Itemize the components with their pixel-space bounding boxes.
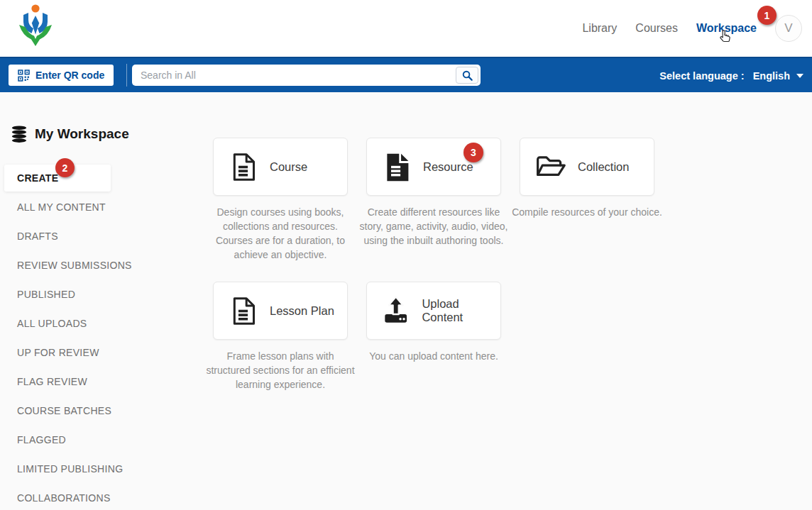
main-nav: Library Courses Workspace 1 V [582, 0, 802, 57]
card-resource-description: Create different resources like story, g… [358, 205, 509, 248]
upload-content-cell: Upload Content You can upload content he… [366, 282, 501, 392]
qr-code-icon [18, 70, 30, 82]
search-button[interactable] [456, 67, 478, 84]
document-filled-icon [380, 151, 412, 183]
sidebar-item-published[interactable]: PUBLISHED [0, 281, 206, 308]
lesson-plan-cell: Lesson Plan Frame lesson plans with stru… [213, 282, 348, 392]
stack-icon [10, 125, 28, 143]
sidebar-item-create[interactable]: CREATE 2 [4, 165, 111, 192]
card-course[interactable]: Course [213, 138, 348, 196]
sidebar-item-drafts[interactable]: DRAFTS [0, 223, 206, 250]
app-header: Library Courses Workspace 1 V [0, 0, 812, 57]
document-outline-icon [227, 151, 259, 183]
sidebar-item-flag-review[interactable]: FLAG REVIEW [0, 368, 206, 395]
sidebar-title: My Workspace [35, 126, 129, 142]
sidebar-item-label: CREATE [17, 172, 58, 184]
card-lesson-plan-label: Lesson Plan [270, 304, 334, 318]
card-collection[interactable]: Collection [520, 138, 654, 196]
search-icon [461, 70, 473, 82]
workspace-notification-badge: 1 [757, 6, 777, 25]
chevron-down-icon [796, 74, 803, 78]
card-course-label: Course [270, 160, 307, 174]
nav-courses[interactable]: Courses [635, 22, 678, 35]
language-selector: Select language : English [659, 58, 803, 94]
search-input[interactable] [132, 65, 481, 86]
upload-icon [380, 295, 411, 327]
nav-workspace-label: Workspace [696, 22, 757, 34]
card-resource[interactable]: Resource 3 [366, 138, 501, 196]
create-notification-badge: 2 [55, 158, 75, 177]
sidebar-item-all-my-content[interactable]: ALL MY CONTENT [0, 194, 206, 221]
resource-notification-badge: 3 [463, 143, 483, 162]
collection-cell: Collection Compile resources of your cho… [520, 138, 654, 262]
sidebar-menu: CREATE 2 ALL MY CONTENT DRAFTS REVIEW SU… [0, 165, 206, 510]
nav-library[interactable]: Library [582, 22, 617, 35]
document-outline-icon [227, 295, 259, 327]
create-options-grid: Course Design courses using books, colle… [213, 138, 654, 392]
card-lesson-plan[interactable]: Lesson Plan [213, 282, 348, 340]
toolbar-divider [126, 64, 127, 87]
folder-open-icon [534, 152, 567, 182]
card-resource-label: Resource [423, 160, 473, 174]
sidebar-item-limited-publishing[interactable]: LIMITED PUBLISHING [0, 455, 206, 482]
user-avatar[interactable]: V [775, 15, 802, 42]
sidebar-item-collaborations[interactable]: COLLABORATIONS [0, 484, 206, 510]
card-collection-description: Compile resources of your choice. [512, 205, 662, 219]
workspace-page: Library Courses Workspace 1 V [0, 0, 812, 510]
sidebar-item-course-batches[interactable]: COURSE BATCHES [0, 397, 206, 424]
language-dropdown[interactable]: English [753, 70, 803, 82]
nav-workspace[interactable]: Workspace 1 [696, 22, 757, 35]
sidebar-item-flagged[interactable]: FLAGGED [0, 426, 206, 453]
language-label: Select language : [659, 70, 744, 82]
card-upload-content-description: You can upload content here. [358, 349, 509, 363]
sidebar-header: My Workspace [10, 125, 129, 143]
card-collection-label: Collection [578, 160, 629, 174]
course-cell: Course Design courses using books, colle… [213, 138, 348, 262]
card-upload-content-label: Upload Content [422, 297, 500, 324]
enter-qr-code-label: Enter QR code [35, 70, 104, 81]
sidebar-item-review-submissions[interactable]: REVIEW SUBMISSIONS [0, 252, 206, 279]
language-value: English [753, 70, 790, 82]
app-logo-icon[interactable] [14, 3, 57, 50]
enter-qr-code-button[interactable]: Enter QR code [9, 65, 114, 86]
workspace-sidebar: My Workspace CREATE 2 ALL MY CONTENT DRA… [0, 92, 206, 510]
sidebar-item-all-uploads[interactable]: ALL UPLOADS [0, 310, 206, 337]
search-toolbar: Enter QR code Select language : English [0, 57, 812, 92]
card-upload-content[interactable]: Upload Content [366, 282, 501, 340]
card-course-description: Design courses using books, collections … [205, 205, 356, 262]
resource-cell: Resource 3 Create different resources li… [366, 138, 501, 262]
search-bar [132, 65, 481, 86]
sidebar-item-up-for-review[interactable]: UP FOR REVIEW [0, 339, 206, 366]
card-lesson-plan-description: Frame lesson plans with structured secti… [205, 349, 356, 392]
